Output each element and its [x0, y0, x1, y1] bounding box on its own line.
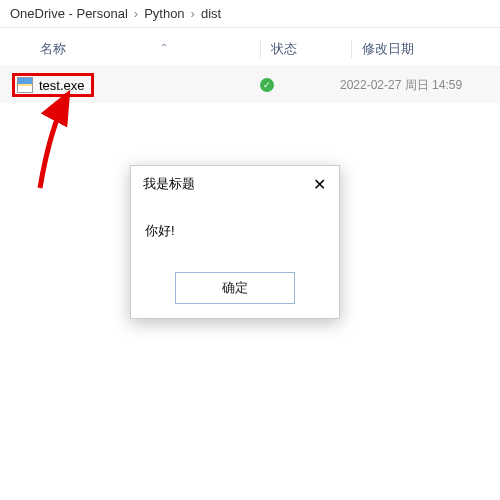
message-dialog: 我是标题 ✕ 你好! 确定 [130, 165, 340, 319]
annotation-highlight: test.exe [12, 73, 94, 97]
table-row[interactable]: test.exe ✓ 2022-02-27 周日 14:59 [0, 67, 500, 103]
breadcrumb-part-3[interactable]: dist [201, 6, 221, 21]
breadcrumb-part-1[interactable]: OneDrive - Personal [10, 6, 128, 21]
close-icon[interactable]: ✕ [309, 174, 329, 194]
modified-date: 2022-02-27 周日 14:59 [340, 77, 490, 94]
dialog-titlebar[interactable]: 我是标题 ✕ [131, 166, 339, 200]
column-header-name-label: 名称 [40, 41, 66, 56]
breadcrumb: OneDrive - Personal › Python › dist [0, 0, 500, 28]
breadcrumb-part-2[interactable]: Python [144, 6, 184, 21]
column-header-name[interactable]: 名称 ⌃ [10, 40, 260, 58]
dialog-message: 你好! [131, 200, 339, 264]
file-cell: test.exe [10, 73, 260, 97]
status-cell: ✓ [260, 78, 340, 92]
chevron-right-icon: › [191, 6, 195, 21]
dialog-title: 我是标题 [143, 175, 195, 193]
column-header-modified[interactable]: 修改日期 [362, 40, 490, 58]
column-header-status[interactable]: 状态 [271, 40, 351, 58]
chevron-right-icon: › [134, 6, 138, 21]
ok-button[interactable]: 确定 [175, 272, 295, 304]
divider [260, 40, 261, 58]
file-name: test.exe [39, 78, 85, 93]
synced-icon: ✓ [260, 78, 274, 92]
annotation-arrow [30, 88, 130, 198]
divider [351, 40, 352, 58]
exe-file-icon [17, 77, 33, 93]
column-headers: 名称 ⌃ 状态 修改日期 [0, 28, 500, 67]
sort-ascending-icon: ⌃ [160, 42, 168, 53]
dialog-footer: 确定 [131, 264, 339, 318]
